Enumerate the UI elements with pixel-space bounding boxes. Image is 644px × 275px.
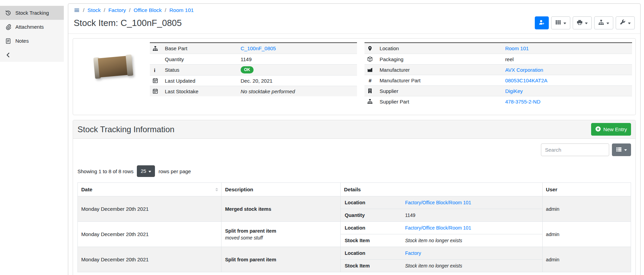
location-link[interactable]: Factory/Office Block/Room 101 xyxy=(405,200,471,205)
info-label: Base Part xyxy=(165,45,241,51)
toolbar xyxy=(535,16,635,29)
new-entry-button[interactable]: New Entry xyxy=(591,123,631,136)
sidebar-item-attachments[interactable]: Attachments xyxy=(0,20,64,34)
supplier-part-link[interactable]: 478-3755-2-ND xyxy=(505,99,540,105)
sidebar-item-label: Notes xyxy=(15,38,29,44)
tracking-description-text: Merged stock items xyxy=(225,206,337,212)
stock-info-table: Base Part C_100nF_0805 Quantity 1149 i S… xyxy=(150,42,357,96)
page-size-select[interactable]: 25 xyxy=(137,165,155,177)
user-actions-button[interactable] xyxy=(535,16,549,29)
caret-down-icon xyxy=(563,23,566,24)
sidebar-item-stock-tracking[interactable]: Stock Tracking xyxy=(0,6,64,20)
sidebar-collapse-button[interactable] xyxy=(0,48,64,62)
info-label: Packaging xyxy=(380,56,505,62)
detail-value: 1149 xyxy=(405,212,538,218)
sort-icon xyxy=(215,188,218,191)
info-row-supplier: Supplier DigiKey xyxy=(364,85,632,96)
table-header-row: Date Description Details User xyxy=(78,183,631,196)
detail-sub-row: Location Factory/Office Block/Room 101 xyxy=(341,196,542,209)
calendar-icon xyxy=(153,78,159,83)
paperclip-icon xyxy=(5,24,11,30)
note-icon xyxy=(5,38,11,44)
search-input[interactable] xyxy=(541,143,609,156)
location-link[interactable]: Factory xyxy=(405,250,421,256)
box-icon xyxy=(367,56,373,62)
detail-label: Location xyxy=(345,225,405,231)
breadcrumb-link-office-block[interactable]: Office Block xyxy=(133,7,161,13)
breadcrumb-separator: / xyxy=(83,7,84,13)
rows-per-page-label: rows per page xyxy=(158,168,191,174)
base-part-link[interactable]: C_100nF_0805 xyxy=(241,45,276,51)
supplier-link[interactable]: DigiKey xyxy=(505,88,523,94)
breadcrumb-separator: / xyxy=(104,7,105,13)
page-size-value: 25 xyxy=(141,168,146,174)
caret-down-icon xyxy=(606,23,609,24)
last-stocktake-value: No stocktake performed xyxy=(241,88,354,94)
breadcrumb-link-factory[interactable]: Factory xyxy=(108,7,126,13)
hash-icon: # xyxy=(367,78,373,83)
tracking-date: Monday December 20th 2021 xyxy=(78,196,221,222)
tracking-row: Monday December 20th 2021 Split from par… xyxy=(78,247,631,272)
sidebar-item-label: Attachments xyxy=(15,24,44,30)
tracking-description-text: Split from parent item xyxy=(225,228,337,234)
page-header: / Stock / Factory / Office Block / Room … xyxy=(68,4,640,34)
manufacturer-link[interactable]: AVX Corporation xyxy=(505,67,543,73)
industry-icon xyxy=(367,67,373,72)
tracking-description-note: moved some stuff xyxy=(225,235,337,240)
tracking-date: Monday December 20th 2021 xyxy=(78,222,221,247)
capacitor-image xyxy=(93,54,133,79)
caret-down-icon xyxy=(148,171,151,173)
info-row-location: Location Room 101 xyxy=(364,43,632,54)
column-header-user[interactable]: User xyxy=(542,183,631,196)
info-label: Manufacturer Part xyxy=(380,78,505,83)
map-marker-icon xyxy=(367,46,373,51)
column-header-label: Date xyxy=(81,187,92,192)
detail-value: Stock item no longer exists xyxy=(405,263,538,269)
sitemap-icon xyxy=(367,99,373,104)
print-actions-button[interactable] xyxy=(573,16,592,29)
tracking-panel-header: Stock Tracking Information New Entry xyxy=(73,120,635,139)
detail-label: Stock Item xyxy=(345,263,405,269)
location-link[interactable]: Room 101 xyxy=(505,45,529,51)
info-label: Supplier xyxy=(380,88,505,94)
info-icon: i xyxy=(153,67,159,73)
wrench-icon xyxy=(620,19,626,26)
tracking-panel-body: Showing 1 to 8 of 8 rows 25 rows per pag… xyxy=(73,139,635,275)
history-icon xyxy=(5,10,11,16)
chevron-left-icon xyxy=(5,52,11,58)
tracking-details: Location Factory/Office Block/Room 101 Q… xyxy=(340,196,542,222)
content-card: / Stock / Factory / Office Block / Room … xyxy=(68,3,641,275)
breadcrumb-link-stock[interactable]: Stock xyxy=(87,7,101,13)
info-row-supplier-part: Supplier Part 478-3755-2-ND xyxy=(364,96,632,107)
stock-item-details-panel: Base Part C_100nF_0805 Quantity 1149 i S… xyxy=(73,38,636,115)
printer-icon xyxy=(577,19,583,26)
detail-sub-row: Location Factory/Office Block/Room 101 xyxy=(341,222,542,234)
main-content: / Stock / Factory / Office Block / Room … xyxy=(64,0,644,275)
caret-down-icon xyxy=(585,23,588,24)
sitemap-icon xyxy=(153,46,159,51)
column-header-date[interactable]: Date xyxy=(78,183,221,196)
sidebar-item-notes[interactable]: Notes xyxy=(0,34,64,48)
quantity-value: 1149 xyxy=(241,56,354,62)
edit-actions-button[interactable] xyxy=(616,16,635,29)
column-header-details[interactable]: Details xyxy=(340,183,542,196)
page-title: Stock Item: C_100nF_0805 xyxy=(74,18,182,28)
building-icon xyxy=(367,88,373,94)
section-title: Stock Tracking Information xyxy=(77,125,174,134)
tracking-user: admin xyxy=(542,196,631,222)
sitemap-icon xyxy=(598,19,604,26)
table-columns-button[interactable] xyxy=(612,143,631,156)
grid-icon xyxy=(555,19,561,26)
view-options-button[interactable] xyxy=(551,16,570,29)
menu-toggle-button[interactable] xyxy=(74,8,80,13)
manufacturer-part-link[interactable]: 08053C104KAT2A xyxy=(505,78,547,83)
new-entry-label: New Entry xyxy=(603,126,627,132)
detail-label: Location xyxy=(345,200,405,205)
stock-actions-button[interactable] xyxy=(594,16,613,29)
breadcrumb-link-room-101[interactable]: Room 101 xyxy=(169,7,194,13)
location-info-table: Location Room 101 Packaging r xyxy=(364,42,632,107)
location-link[interactable]: Factory/Office Block/Room 101 xyxy=(405,225,471,231)
tracking-user: admin xyxy=(542,247,631,272)
column-header-description[interactable]: Description xyxy=(221,183,341,196)
info-row-base-part: Base Part C_100nF_0805 xyxy=(150,43,357,54)
